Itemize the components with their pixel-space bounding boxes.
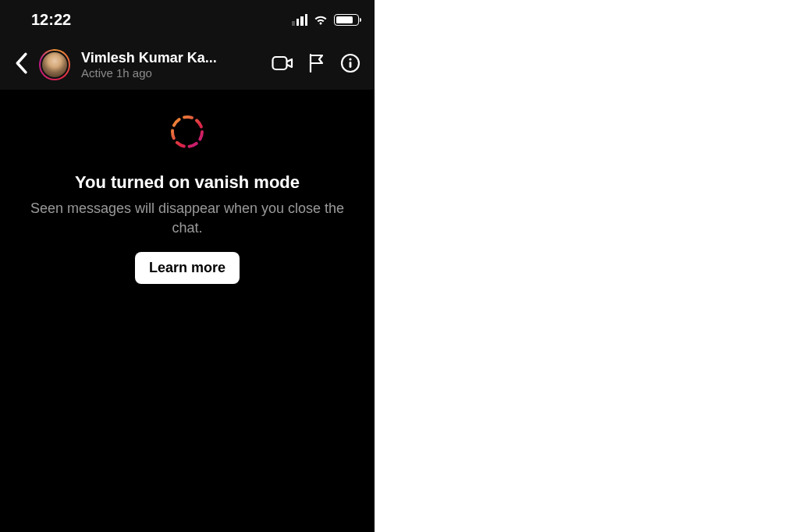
phone-screen: 12:22 xyxy=(0,0,375,532)
vanish-subtitle: Seen messages will disappear when you cl… xyxy=(16,199,359,238)
status-icons xyxy=(292,14,359,26)
user-name: Vimlesh Kumar Ka... xyxy=(81,50,261,66)
vanish-title: You turned on vanish mode xyxy=(75,172,300,193)
back-button[interactable] xyxy=(14,52,28,77)
cellular-signal-icon xyxy=(292,14,307,26)
vanish-mode-panel: You turned on vanish mode Seen messages … xyxy=(0,90,375,532)
vanish-ring-icon xyxy=(169,113,206,151)
wifi-icon xyxy=(313,14,328,26)
user-info[interactable]: Vimlesh Kumar Ka... Active 1h ago xyxy=(81,50,261,80)
info-icon[interactable] xyxy=(340,53,360,76)
status-bar: 12:22 xyxy=(0,0,375,39)
svg-rect-0 xyxy=(273,57,287,69)
chat-header: Vimlesh Kumar Ka... Active 1h ago xyxy=(0,39,375,90)
flag-icon[interactable] xyxy=(307,53,326,76)
svg-point-4 xyxy=(172,117,202,147)
svg-rect-3 xyxy=(350,62,352,68)
svg-point-2 xyxy=(349,58,351,60)
battery-icon xyxy=(334,14,359,26)
header-actions xyxy=(272,53,360,76)
blank-area xyxy=(375,0,799,532)
learn-more-button[interactable]: Learn more xyxy=(135,252,240,284)
status-time: 12:22 xyxy=(31,11,71,29)
video-call-icon[interactable] xyxy=(272,55,293,75)
avatar[interactable] xyxy=(39,49,70,80)
user-status: Active 1h ago xyxy=(81,66,261,80)
